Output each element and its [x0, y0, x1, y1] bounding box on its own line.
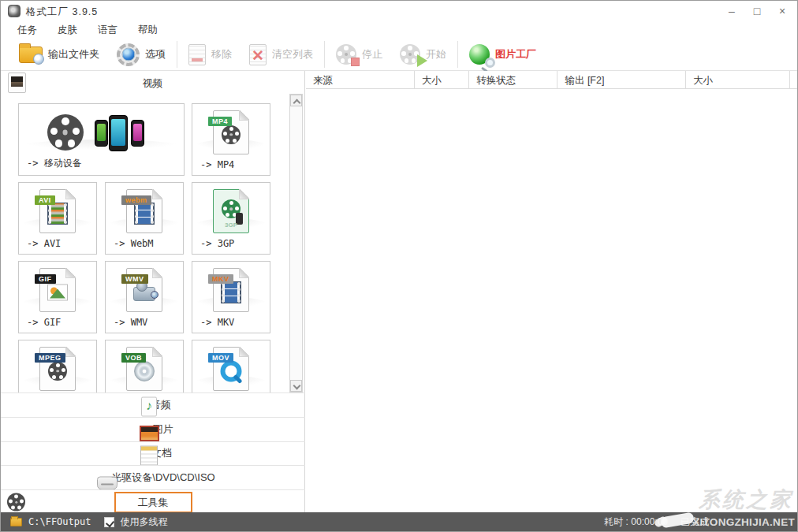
video-section-header[interactable]: 视频 [1, 71, 304, 94]
toolbar: 输出文件夹 选项 移除 ✕ 清空列表 停止 开始 [1, 39, 797, 71]
gear-icon [117, 43, 140, 66]
format-factory-window: 格式工厂 3.9.5 – □ × 任务 皮肤 语言 帮助 输出文件夹 选项 移除… [0, 0, 798, 532]
stop-icon [336, 44, 356, 65]
picture-factory-button[interactable]: 图片工厂 [461, 40, 545, 69]
toolbar-separator [177, 41, 177, 68]
menu-item-task[interactable]: 任务 [7, 24, 47, 37]
mov-file-icon: MOV [192, 346, 270, 392]
output-path[interactable]: C:\FFOutput [28, 516, 91, 527]
stop-button[interactable]: 停止 [327, 40, 391, 69]
format-tile-mp4[interactable]: MP4 -> MP4 [192, 103, 270, 176]
webm-file-icon: webm [106, 188, 183, 234]
format-tile-mkv[interactable]: MKV -> MKV [192, 261, 270, 333]
clear-list-button[interactable]: ✕ 清空列表 [241, 40, 322, 69]
multithread-checkbox[interactable] [104, 517, 114, 527]
format-tile-3gp[interactable]: 3GP -> 3GP [192, 182, 270, 255]
scroll-down-icon[interactable] [290, 380, 302, 392]
video-format-grid: -> 移动设备 MP4 -> MP4 AVI [1, 94, 289, 392]
column-convert-state[interactable]: 转换状态 [469, 71, 557, 88]
mpeg-file-icon: MPEG [19, 346, 96, 392]
start-icon [400, 44, 420, 65]
menu-item-skin[interactable]: 皮肤 [47, 24, 88, 37]
format-tile-gif[interactable]: GIF -> GIF [18, 261, 97, 333]
scroll-up-icon[interactable] [290, 95, 302, 106]
category-audio[interactable]: 音频 [1, 392, 305, 417]
column-size[interactable]: 大小 [415, 71, 469, 88]
toolbar-separator [324, 41, 325, 68]
tiles-scrollbar[interactable] [289, 94, 303, 392]
audio-icon [141, 397, 157, 417]
wmv-file-icon: WMV [106, 267, 183, 313]
remove-icon [188, 44, 206, 65]
format-tile-mobile-devices[interactable]: -> 移动设备 [18, 103, 185, 176]
mobile-devices-icon [19, 110, 184, 155]
format-tile-mpeg[interactable]: MPEG -> MPEG [18, 340, 97, 392]
task-table-header: 来源 大小 转换状态 输出 [F2] 大小 [306, 71, 797, 89]
category-toolset[interactable]: 工具集 [1, 489, 305, 514]
video-section-label: 视频 [1, 76, 304, 91]
mp4-file-icon: MP4 [192, 110, 270, 155]
format-category-panel: 视频 -> 移动设备 MP4 [1, 71, 305, 514]
remove-button[interactable]: 移除 [180, 40, 241, 69]
menu-bar: 任务 皮肤 语言 帮助 [1, 21, 797, 39]
title-bar: 格式工厂 3.9.5 – □ × [1, 1, 797, 21]
format-tile-wmv[interactable]: WMV -> WMV [105, 261, 184, 333]
minimize-button[interactable]: – [723, 3, 740, 19]
format-tile-mov[interactable]: MOV -> MOV [192, 340, 270, 392]
column-source[interactable]: 来源 [306, 71, 415, 88]
category-list: 音频 图片 文档 光驱设备\DVD\CD\ISO 工具集 [1, 392, 305, 514]
document-icon [140, 445, 158, 465]
remove-label: 移除 [211, 47, 232, 61]
avi-file-icon: AVI [19, 188, 96, 234]
column-output[interactable]: 输出 [F2] [557, 71, 686, 88]
start-label: 开始 [426, 47, 446, 61]
options-button[interactable]: 选项 [108, 40, 174, 69]
completed-status: 已完成 [681, 515, 709, 529]
picture-factory-icon [469, 44, 490, 65]
status-bar: C:\FFOutput 使用多线程 耗时 : 00:00:00 已完成 [1, 512, 797, 531]
start-button[interactable]: 开始 [391, 40, 455, 69]
format-tile-avi[interactable]: AVI -> AVI [18, 182, 97, 255]
window-title: 格式工厂 3.9.5 [26, 6, 98, 19]
menu-item-language[interactable]: 语言 [88, 24, 128, 37]
toolset-reel-icon [7, 493, 25, 512]
optical-drive-icon [97, 476, 117, 489]
close-button[interactable]: × [774, 3, 791, 19]
window-controls: – □ × [723, 1, 791, 21]
mkv-file-icon: MKV [192, 267, 270, 313]
clear-list-icon: ✕ [249, 44, 267, 65]
menu-item-help[interactable]: 帮助 [128, 24, 168, 37]
elapsed-time: 耗时 : 00:00:00 [604, 515, 668, 529]
toolbar-separator [457, 41, 458, 68]
3gp-file-icon: 3GP [192, 188, 270, 234]
task-list-area[interactable] [306, 89, 797, 512]
format-tile-webm[interactable]: webm -> WebM [105, 182, 184, 255]
category-document[interactable]: 文档 [1, 441, 305, 466]
column-output-size[interactable]: 大小 [686, 71, 790, 88]
maximize-button[interactable]: □ [748, 3, 766, 19]
vob-file-icon: VOB [106, 346, 183, 392]
clear-list-label: 清空列表 [272, 47, 313, 61]
category-picture[interactable]: 图片 [1, 417, 305, 441]
column-filler [790, 71, 797, 88]
stop-label: 停止 [362, 47, 382, 61]
multithread-label: 使用多线程 [120, 515, 167, 529]
options-label: 选项 [145, 47, 166, 61]
output-folder-label: 输出文件夹 [48, 47, 99, 61]
toolset-highlight-box: 工具集 [114, 492, 192, 513]
picture-factory-label: 图片工厂 [495, 47, 536, 61]
output-folder-button[interactable]: 输出文件夹 [10, 40, 108, 69]
output-folder-icon [19, 47, 43, 63]
gif-file-icon: GIF [19, 267, 96, 313]
app-icon [8, 5, 21, 17]
picture-icon [140, 426, 159, 441]
output-path-folder-icon[interactable] [10, 518, 22, 526]
category-optical-dvd-cd-iso[interactable]: 光驱设备\DVD\CD\ISO [1, 465, 305, 489]
format-tile-vob[interactable]: VOB -> VOB [105, 340, 184, 392]
